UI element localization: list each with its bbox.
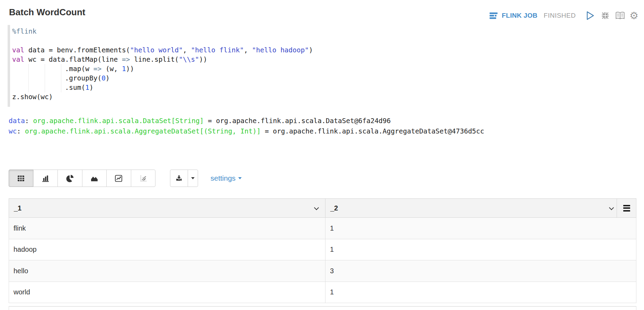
pie-chart-icon bbox=[66, 174, 74, 182]
editor-gutter bbox=[8, 25, 10, 107]
code-editor[interactable]: %flink val data = benv.fromElements("hel… bbox=[8, 25, 636, 107]
bar-chart-icon bbox=[42, 174, 50, 182]
table-row: hello3 bbox=[9, 260, 636, 282]
download-button-group bbox=[170, 170, 198, 187]
settings-dropdown[interactable]: settings bbox=[211, 174, 242, 182]
result-output: data: org.apache.flink.api.scala.DataSet… bbox=[9, 116, 484, 137]
table-icon bbox=[17, 174, 25, 182]
table-body: flink1hadoop1hello3world1 bbox=[9, 218, 636, 303]
caret-down-icon bbox=[238, 177, 242, 179]
run-paragraph-button[interactable] bbox=[585, 11, 595, 20]
collapse-icon[interactable] bbox=[600, 11, 610, 20]
flink-job-link[interactable]: FLINK JOB bbox=[502, 12, 537, 19]
line-chart-icon bbox=[115, 174, 123, 182]
area-chart-icon bbox=[90, 174, 98, 182]
table-row: flink1 bbox=[9, 218, 636, 239]
table-cell: world bbox=[9, 282, 325, 303]
table-row: hadoop1 bbox=[9, 239, 636, 261]
flink-job-icon[interactable] bbox=[490, 12, 499, 19]
gear-icon[interactable]: ⚙ bbox=[629, 11, 638, 21]
chevron-down-icon[interactable] bbox=[314, 205, 319, 210]
viz-button-group bbox=[9, 170, 155, 187]
viz-toolbar: settings bbox=[9, 170, 242, 187]
open-book-icon[interactable] bbox=[615, 11, 625, 20]
table-cell: 1 bbox=[325, 239, 636, 260]
table-footer-partial bbox=[9, 306, 636, 310]
viz-pie-chart-button[interactable] bbox=[57, 170, 82, 187]
viz-bar-chart-button[interactable] bbox=[33, 170, 58, 187]
scatter-chart-icon bbox=[139, 174, 147, 182]
table-cell: 1 bbox=[325, 282, 636, 303]
column-header-1[interactable]: _1 bbox=[9, 199, 325, 217]
paragraph-status: FINISHED bbox=[544, 12, 576, 19]
table-header-row: _1 _2 bbox=[9, 198, 636, 218]
viz-scatter-chart-button[interactable] bbox=[131, 170, 156, 187]
hamburger-icon bbox=[623, 205, 630, 212]
table-cell: hello bbox=[9, 260, 325, 282]
table-cell: 1 bbox=[325, 218, 636, 239]
column-header-label: _1 bbox=[14, 204, 21, 212]
viz-table-button[interactable] bbox=[9, 170, 34, 187]
paragraph-status-bar: FLINK JOB FINISHED ⚙ bbox=[490, 10, 638, 21]
result-table: _1 _2 flink1hadoop1hello3world1 bbox=[9, 198, 636, 303]
download-button[interactable] bbox=[170, 170, 188, 187]
download-icon bbox=[175, 174, 183, 182]
settings-label: settings bbox=[211, 174, 235, 182]
code-lines: %flink val data = benv.fromElements("hel… bbox=[12, 27, 313, 102]
table-cell: hadoop bbox=[9, 239, 325, 260]
chevron-down-icon[interactable] bbox=[609, 205, 614, 210]
table-cell: flink bbox=[9, 218, 325, 239]
table-row: world1 bbox=[9, 282, 636, 303]
table-cell: 3 bbox=[325, 260, 636, 282]
download-caret-button[interactable] bbox=[188, 170, 198, 187]
column-header-2[interactable]: _2 bbox=[325, 199, 617, 217]
column-header-label: _2 bbox=[330, 204, 338, 212]
grid-menu-button[interactable] bbox=[617, 199, 636, 217]
viz-area-chart-button[interactable] bbox=[82, 170, 107, 187]
page-title: Batch WordCount bbox=[9, 7, 86, 18]
viz-line-chart-button[interactable] bbox=[106, 170, 131, 187]
caret-down-icon bbox=[191, 177, 195, 179]
